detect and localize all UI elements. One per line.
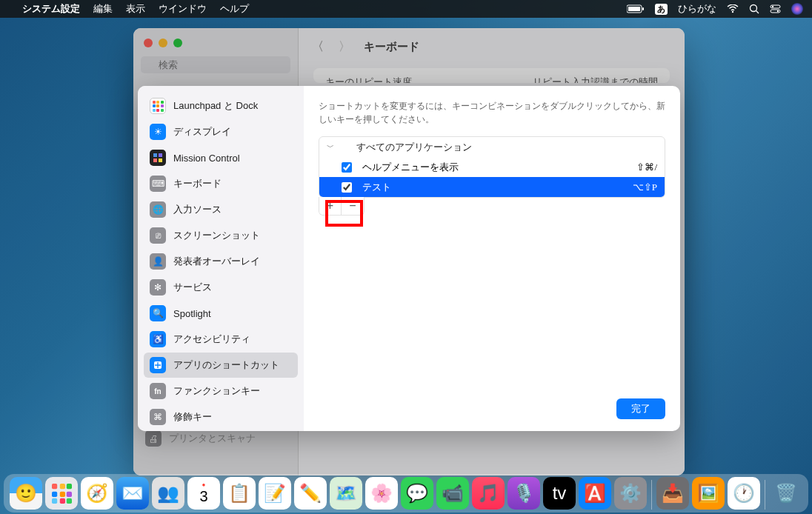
sidebar-item-input-sources[interactable]: 🌐 入力ソース bbox=[144, 197, 298, 222]
svg-rect-2 bbox=[642, 7, 644, 10]
dock-messages[interactable]: 💬 bbox=[401, 477, 433, 510]
dock-clock[interactable]: 🕐 bbox=[728, 477, 760, 510]
dock-maps[interactable]: 🗺️ bbox=[330, 477, 362, 510]
screenshot-icon: ⎚ bbox=[150, 227, 166, 244]
dock-appstore[interactable]: 🅰️ bbox=[579, 477, 611, 510]
sidebar-item-app-shortcuts[interactable]: アプリのショートカット bbox=[144, 353, 298, 378]
svg-point-8 bbox=[772, 6, 773, 7]
chevron-down-icon: ﹀ bbox=[327, 142, 337, 153]
svg-point-3 bbox=[732, 11, 733, 13]
shortcut-checkbox[interactable] bbox=[342, 182, 352, 193]
sidebar-item-modifier-keys[interactable]: ⌘ 修飾キー bbox=[144, 404, 298, 430]
svg-point-9 bbox=[777, 10, 779, 12]
spotlight-icon: 🔍 bbox=[150, 305, 166, 321]
shortcut-group-header[interactable]: ﹀ すべてのアプリケーション bbox=[319, 137, 665, 157]
shortcut-row-selected[interactable]: テスト ⌥⇧P bbox=[319, 177, 665, 197]
sidebar-item-function-keys[interactable]: fn ファンクションキー bbox=[144, 378, 298, 404]
menubar-edit[interactable]: 編集 bbox=[93, 2, 113, 16]
display-icon: ☀ bbox=[150, 124, 166, 140]
add-shortcut-button[interactable]: + bbox=[319, 197, 342, 215]
shortcut-toolbar: + − bbox=[319, 197, 365, 216]
fn-icon: fn bbox=[150, 383, 166, 399]
sidebar-item-keyboard[interactable]: ⌨ キーボード bbox=[144, 171, 298, 196]
hint-text: ショートカットを変更するには、キーコンビネーションをダブルクリックしてから、新し… bbox=[319, 99, 665, 126]
svg-rect-13 bbox=[159, 158, 162, 162]
app-shortcuts-icon bbox=[150, 357, 166, 373]
dock-freeform[interactable]: ✏️ bbox=[294, 477, 327, 510]
dock-photos[interactable]: 🌸 bbox=[365, 477, 398, 510]
dock-trash[interactable]: 🗑️ bbox=[770, 477, 802, 510]
dock-notes[interactable]: 📝 bbox=[259, 477, 291, 510]
dock-launchpad[interactable] bbox=[45, 477, 78, 510]
siri-icon[interactable] bbox=[791, 3, 803, 15]
services-icon: ✻ bbox=[150, 279, 166, 296]
dock-mail[interactable]: ✉️ bbox=[116, 477, 149, 510]
shortcut-list: ﹀ すべてのアプリケーション ヘルプメニューを表示 ⇧⌘/ テスト ⌥⇧P bbox=[319, 136, 665, 198]
menubar-window[interactable]: ウインドウ bbox=[159, 2, 207, 16]
sidebar-item-spotlight[interactable]: 🔍 Spotlight bbox=[144, 301, 298, 326]
sidebar-item-presenter-overlay[interactable]: 👤 発表者オーバーレイ bbox=[144, 249, 298, 274]
modal-sidebar: Launchpad と Dock ☀ ディスプレイ Mission Contro… bbox=[138, 86, 304, 431]
dock-screenshot[interactable]: 🖼️ bbox=[692, 477, 725, 510]
control-center-icon[interactable] bbox=[770, 4, 781, 14]
input-source-icon: 🌐 bbox=[150, 201, 166, 218]
dock-facetime[interactable]: 📹 bbox=[436, 477, 469, 510]
dock-finder[interactable]: 🙂 bbox=[10, 477, 42, 510]
accessibility-icon: ♿ bbox=[150, 331, 166, 347]
shortcut-row[interactable]: ヘルプメニューを表示 ⇧⌘/ bbox=[319, 157, 665, 177]
sidebar-item-accessibility[interactable]: ♿ アクセシビリティ bbox=[144, 327, 298, 352]
dock-podcasts[interactable]: 🎙️ bbox=[508, 477, 540, 510]
shortcuts-modal: Launchpad と Dock ☀ ディスプレイ Mission Contro… bbox=[138, 86, 680, 431]
battery-icon[interactable] bbox=[627, 4, 645, 13]
dock-music[interactable]: 🎵 bbox=[472, 477, 505, 510]
sidebar-item-screenshots[interactable]: ⎚ スクリーンショット bbox=[144, 223, 298, 248]
svg-rect-10 bbox=[153, 153, 157, 157]
menubar-app[interactable]: システム設定 bbox=[22, 2, 80, 16]
menubar: システム設定 編集 表示 ウインドウ ヘルプ あ ひらがな bbox=[0, 0, 812, 18]
ime-badge[interactable]: あ bbox=[655, 4, 668, 15]
mission-control-icon bbox=[150, 150, 166, 166]
dock-safari[interactable]: 🧭 bbox=[81, 477, 113, 510]
svg-line-5 bbox=[756, 11, 759, 14]
svg-point-4 bbox=[751, 5, 757, 12]
search-icon[interactable] bbox=[749, 4, 759, 14]
dock-reminders[interactable]: 📋 bbox=[223, 477, 256, 510]
sidebar-item-mission-control[interactable]: Mission Control bbox=[144, 145, 298, 170]
svg-rect-12 bbox=[153, 158, 157, 162]
menubar-help[interactable]: ヘルプ bbox=[220, 2, 249, 16]
dock-calendar[interactable]: ●3 bbox=[187, 477, 220, 510]
presenter-icon: 👤 bbox=[150, 253, 166, 270]
sidebar-item-launchpad-dock[interactable]: Launchpad と Dock bbox=[144, 93, 298, 119]
done-button[interactable]: 完了 bbox=[616, 398, 665, 419]
wifi-icon[interactable] bbox=[727, 4, 739, 13]
dock-tv[interactable]: tv bbox=[543, 477, 576, 510]
ime-label[interactable]: ひらがな bbox=[678, 2, 716, 16]
sidebar-item-display[interactable]: ☀ ディスプレイ bbox=[144, 119, 298, 144]
svg-rect-1 bbox=[628, 7, 640, 11]
keyboard-icon: ⌨ bbox=[150, 176, 166, 192]
dock-settings[interactable]: ⚙️ bbox=[614, 477, 647, 510]
modifier-icon: ⌘ bbox=[150, 409, 166, 425]
launchpad-icon bbox=[150, 98, 166, 114]
sidebar-item-services[interactable]: ✻ サービス bbox=[144, 275, 298, 300]
remove-shortcut-button[interactable]: − bbox=[342, 197, 364, 215]
dock-downloads[interactable]: 📥 bbox=[656, 477, 689, 510]
svg-rect-11 bbox=[159, 153, 162, 157]
dock-contacts[interactable]: 👥 bbox=[152, 477, 184, 510]
dock: 🙂 🧭 ✉️ 👥 ●3 📋 📝 ✏️ 🗺️ 🌸 💬 📹 🎵 🎙️ tv 🅰️ ⚙… bbox=[4, 474, 808, 513]
shortcut-checkbox[interactable] bbox=[342, 162, 352, 173]
menubar-view[interactable]: 表示 bbox=[126, 2, 145, 16]
